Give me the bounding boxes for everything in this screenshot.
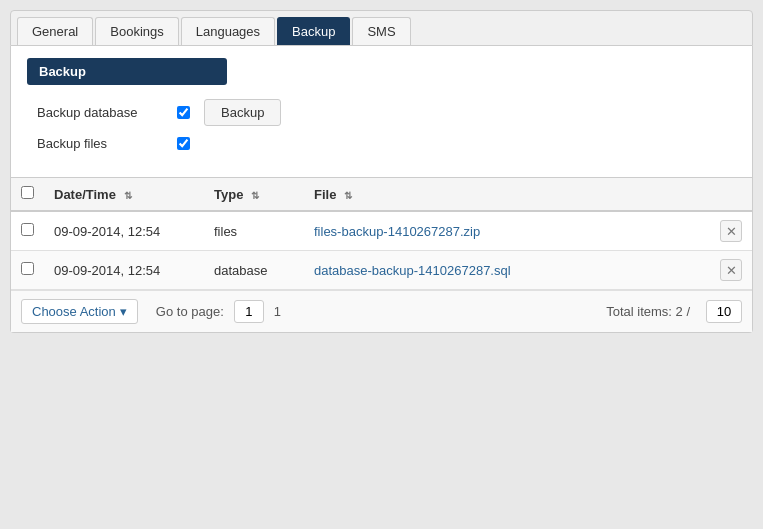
total-items-label: Total items: 2 / [606, 304, 690, 319]
backup-section: Backup Backup database Backup Backup fil… [11, 46, 752, 177]
section-title: Backup [27, 58, 227, 85]
backup-database-checkbox[interactable] [177, 106, 190, 119]
choose-action-chevron-icon: ▾ [120, 304, 127, 319]
row-checkbox-cell [11, 251, 44, 290]
row-checkbox-0[interactable] [21, 223, 34, 236]
main-card: Backup Backup database Backup Backup fil… [10, 46, 753, 333]
row-delete-cell-1: ✕ [710, 251, 752, 290]
row-file-1: database-backup-1410267287.sql [304, 251, 710, 290]
total-pages: 1 [274, 304, 281, 319]
tab-general[interactable]: General [17, 17, 93, 45]
row-datetime-1: 09-09-2014, 12:54 [44, 251, 204, 290]
row-checkbox-1[interactable] [21, 262, 34, 275]
select-all-checkbox[interactable] [21, 186, 34, 199]
row-file-link-1[interactable]: database-backup-1410267287.sql [314, 263, 511, 278]
row-delete-button-0[interactable]: ✕ [720, 220, 742, 242]
header-file-col[interactable]: File ⇅ [304, 178, 710, 212]
datetime-sort-icon: ⇅ [124, 190, 132, 201]
row-delete-button-1[interactable]: ✕ [720, 259, 742, 281]
table-section: Date/Time ⇅ Type ⇅ File ⇅ [11, 177, 752, 332]
row-file-link-0[interactable]: files-backup-1410267287.zip [314, 224, 480, 239]
per-page-input[interactable] [706, 300, 742, 323]
row-datetime-0: 09-09-2014, 12:54 [44, 211, 204, 251]
table-header-row: Date/Time ⇅ Type ⇅ File ⇅ [11, 178, 752, 212]
tab-languages[interactable]: Languages [181, 17, 275, 45]
backup-database-row: Backup database Backup [27, 99, 736, 126]
backup-files-label: Backup files [37, 136, 177, 151]
backup-files-row: Backup files [27, 136, 736, 151]
table-row: 09-09-2014, 12:54 files files-backup-141… [11, 211, 752, 251]
header-datetime-col[interactable]: Date/Time ⇅ [44, 178, 204, 212]
backup-table: Date/Time ⇅ Type ⇅ File ⇅ [11, 177, 752, 290]
backup-button[interactable]: Backup [204, 99, 281, 126]
datetime-header-label: Date/Time [54, 187, 116, 202]
type-sort-icon: ⇅ [251, 190, 259, 201]
row-file-0: files-backup-1410267287.zip [304, 211, 710, 251]
tab-bookings[interactable]: Bookings [95, 17, 178, 45]
tab-backup[interactable]: Backup [277, 17, 350, 45]
file-sort-icon: ⇅ [344, 190, 352, 201]
header-type-col[interactable]: Type ⇅ [204, 178, 304, 212]
choose-action-label: Choose Action [32, 304, 116, 319]
footer-bar: Choose Action ▾ Go to page: 1 Total item… [11, 290, 752, 332]
table-row: 09-09-2014, 12:54 database database-back… [11, 251, 752, 290]
row-type-0: files [204, 211, 304, 251]
page-input[interactable] [234, 300, 264, 323]
type-header-label: Type [214, 187, 243, 202]
file-header-label: File [314, 187, 336, 202]
tab-sms[interactable]: SMS [352, 17, 410, 45]
header-action-col [710, 178, 752, 212]
choose-action-button[interactable]: Choose Action ▾ [21, 299, 138, 324]
row-checkbox-cell [11, 211, 44, 251]
backup-files-checkbox[interactable] [177, 137, 190, 150]
row-delete-cell-0: ✕ [710, 211, 752, 251]
header-checkbox-col [11, 178, 44, 212]
backup-database-label: Backup database [37, 105, 177, 120]
row-type-1: database [204, 251, 304, 290]
goto-page-label: Go to page: [156, 304, 224, 319]
tab-bar: General Bookings Languages Backup SMS [10, 10, 753, 46]
